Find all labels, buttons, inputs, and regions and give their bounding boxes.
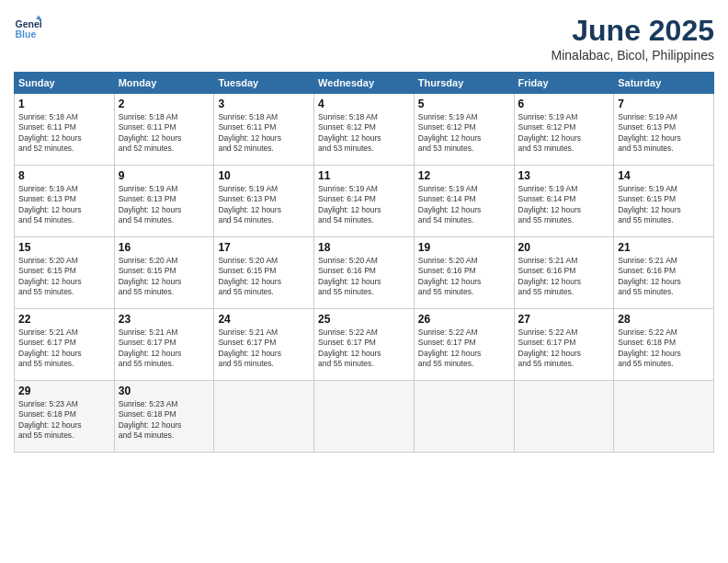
table-row: 1Sunrise: 5:18 AM Sunset: 6:11 PM Daylig… xyxy=(15,94,115,166)
day-info: Sunrise: 5:21 AM Sunset: 6:16 PM Dayligh… xyxy=(618,256,710,298)
day-number: 22 xyxy=(18,313,110,326)
day-number: 27 xyxy=(518,313,610,326)
day-number: 16 xyxy=(119,241,210,254)
col-wednesday: Wednesday xyxy=(314,73,415,94)
logo: General Blue xyxy=(14,14,41,41)
day-number: 24 xyxy=(218,313,310,326)
day-number: 6 xyxy=(518,98,610,110)
table-row: 17Sunrise: 5:20 AM Sunset: 6:15 PM Dayli… xyxy=(214,237,314,309)
calendar-week-row: 1Sunrise: 5:18 AM Sunset: 6:11 PM Daylig… xyxy=(15,94,714,166)
day-info: Sunrise: 5:19 AM Sunset: 6:13 PM Dayligh… xyxy=(119,184,210,226)
day-number: 15 xyxy=(18,241,110,254)
svg-marker-2 xyxy=(36,16,41,20)
logo-icon: General Blue xyxy=(14,14,41,41)
table-row: 2Sunrise: 5:18 AM Sunset: 6:11 PM Daylig… xyxy=(114,94,214,166)
day-info: Sunrise: 5:19 AM Sunset: 6:14 PM Dayligh… xyxy=(418,184,510,226)
day-number: 20 xyxy=(518,241,610,254)
table-row: 24Sunrise: 5:21 AM Sunset: 6:17 PM Dayli… xyxy=(214,309,314,381)
day-number: 29 xyxy=(18,385,110,397)
day-info: Sunrise: 5:21 AM Sunset: 6:17 PM Dayligh… xyxy=(18,327,110,370)
table-row: 4Sunrise: 5:18 AM Sunset: 6:12 PM Daylig… xyxy=(314,94,415,166)
day-number: 23 xyxy=(119,313,210,326)
day-info: Sunrise: 5:19 AM Sunset: 6:14 PM Dayligh… xyxy=(318,184,410,226)
day-number: 5 xyxy=(418,98,510,110)
day-number: 2 xyxy=(119,98,210,110)
calendar-week-row: 29Sunrise: 5:23 AM Sunset: 6:18 PM Dayli… xyxy=(15,381,714,453)
col-friday: Friday xyxy=(514,73,614,94)
table-row xyxy=(514,381,614,453)
day-number: 12 xyxy=(418,169,510,182)
day-info: Sunrise: 5:19 AM Sunset: 6:13 PM Dayligh… xyxy=(218,184,310,226)
day-info: Sunrise: 5:22 AM Sunset: 6:17 PM Dayligh… xyxy=(318,327,410,370)
table-row: 27Sunrise: 5:22 AM Sunset: 6:17 PM Dayli… xyxy=(514,309,614,381)
calendar-header-row: Sunday Monday Tuesday Wednesday Thursday… xyxy=(15,73,714,94)
table-row: 18Sunrise: 5:20 AM Sunset: 6:16 PM Dayli… xyxy=(314,237,415,309)
day-info: Sunrise: 5:21 AM Sunset: 6:17 PM Dayligh… xyxy=(119,327,210,370)
calendar-table: Sunday Monday Tuesday Wednesday Thursday… xyxy=(14,72,714,453)
table-row: 9Sunrise: 5:19 AM Sunset: 6:13 PM Daylig… xyxy=(114,166,214,237)
page: General Blue June 2025 Minalabac, Bicol,… xyxy=(0,0,728,563)
day-number: 3 xyxy=(218,98,310,110)
table-row: 6Sunrise: 5:19 AM Sunset: 6:12 PM Daylig… xyxy=(514,94,614,166)
day-number: 17 xyxy=(218,241,310,254)
col-sunday: Sunday xyxy=(15,73,115,94)
table-row: 7Sunrise: 5:19 AM Sunset: 6:13 PM Daylig… xyxy=(614,94,714,166)
day-number: 25 xyxy=(318,313,410,326)
day-info: Sunrise: 5:21 AM Sunset: 6:17 PM Dayligh… xyxy=(218,327,310,370)
day-info: Sunrise: 5:19 AM Sunset: 6:12 PM Dayligh… xyxy=(518,112,610,155)
day-number: 13 xyxy=(518,169,610,182)
table-row: 16Sunrise: 5:20 AM Sunset: 6:15 PM Dayli… xyxy=(114,237,214,309)
table-row: 21Sunrise: 5:21 AM Sunset: 6:16 PM Dayli… xyxy=(614,237,714,309)
col-tuesday: Tuesday xyxy=(214,73,314,94)
table-row: 13Sunrise: 5:19 AM Sunset: 6:14 PM Dayli… xyxy=(514,166,614,237)
table-row: 11Sunrise: 5:19 AM Sunset: 6:14 PM Dayli… xyxy=(314,166,415,237)
day-info: Sunrise: 5:23 AM Sunset: 6:18 PM Dayligh… xyxy=(119,399,210,442)
day-number: 30 xyxy=(119,385,210,397)
day-info: Sunrise: 5:22 AM Sunset: 6:17 PM Dayligh… xyxy=(418,327,510,370)
day-number: 1 xyxy=(18,98,110,110)
calendar-week-row: 15Sunrise: 5:20 AM Sunset: 6:15 PM Dayli… xyxy=(15,237,714,309)
day-info: Sunrise: 5:22 AM Sunset: 6:18 PM Dayligh… xyxy=(618,327,710,370)
day-number: 4 xyxy=(318,98,410,110)
svg-text:Blue: Blue xyxy=(16,29,37,40)
day-info: Sunrise: 5:19 AM Sunset: 6:13 PM Dayligh… xyxy=(618,112,710,155)
day-info: Sunrise: 5:18 AM Sunset: 6:11 PM Dayligh… xyxy=(119,112,210,155)
day-info: Sunrise: 5:18 AM Sunset: 6:11 PM Dayligh… xyxy=(218,112,310,155)
day-info: Sunrise: 5:18 AM Sunset: 6:12 PM Dayligh… xyxy=(318,112,410,155)
day-info: Sunrise: 5:21 AM Sunset: 6:16 PM Dayligh… xyxy=(518,256,610,298)
table-row xyxy=(214,381,314,453)
table-row: 19Sunrise: 5:20 AM Sunset: 6:16 PM Dayli… xyxy=(414,237,514,309)
table-row: 28Sunrise: 5:22 AM Sunset: 6:18 PM Dayli… xyxy=(614,309,714,381)
day-number: 19 xyxy=(418,241,510,254)
day-info: Sunrise: 5:19 AM Sunset: 6:14 PM Dayligh… xyxy=(518,184,610,226)
table-row xyxy=(414,381,514,453)
day-info: Sunrise: 5:20 AM Sunset: 6:16 PM Dayligh… xyxy=(318,256,410,298)
day-number: 18 xyxy=(318,241,410,254)
day-number: 8 xyxy=(18,169,110,182)
table-row xyxy=(314,381,415,453)
day-info: Sunrise: 5:23 AM Sunset: 6:18 PM Dayligh… xyxy=(18,399,110,442)
day-info: Sunrise: 5:20 AM Sunset: 6:16 PM Dayligh… xyxy=(418,256,510,298)
day-info: Sunrise: 5:19 AM Sunset: 6:13 PM Dayligh… xyxy=(18,184,110,226)
day-number: 9 xyxy=(119,169,210,182)
day-info: Sunrise: 5:19 AM Sunset: 6:15 PM Dayligh… xyxy=(618,184,710,226)
table-row: 20Sunrise: 5:21 AM Sunset: 6:16 PM Dayli… xyxy=(514,237,614,309)
table-row: 29Sunrise: 5:23 AM Sunset: 6:18 PM Dayli… xyxy=(15,381,115,453)
table-row: 23Sunrise: 5:21 AM Sunset: 6:17 PM Dayli… xyxy=(114,309,214,381)
day-number: 11 xyxy=(318,169,410,182)
table-row: 15Sunrise: 5:20 AM Sunset: 6:15 PM Dayli… xyxy=(15,237,115,309)
table-row: 30Sunrise: 5:23 AM Sunset: 6:18 PM Dayli… xyxy=(114,381,214,453)
table-row: 14Sunrise: 5:19 AM Sunset: 6:15 PM Dayli… xyxy=(614,166,714,237)
table-row: 26Sunrise: 5:22 AM Sunset: 6:17 PM Dayli… xyxy=(414,309,514,381)
table-row: 12Sunrise: 5:19 AM Sunset: 6:14 PM Dayli… xyxy=(414,166,514,237)
table-row: 22Sunrise: 5:21 AM Sunset: 6:17 PM Dayli… xyxy=(15,309,115,381)
col-thursday: Thursday xyxy=(414,73,514,94)
table-row: 5Sunrise: 5:19 AM Sunset: 6:12 PM Daylig… xyxy=(414,94,514,166)
table-row: 10Sunrise: 5:19 AM Sunset: 6:13 PM Dayli… xyxy=(214,166,314,237)
day-info: Sunrise: 5:22 AM Sunset: 6:17 PM Dayligh… xyxy=(518,327,610,370)
col-saturday: Saturday xyxy=(614,73,714,94)
day-info: Sunrise: 5:19 AM Sunset: 6:12 PM Dayligh… xyxy=(418,112,510,155)
title-block: June 2025 Minalabac, Bicol, Philippines xyxy=(552,14,714,63)
day-info: Sunrise: 5:18 AM Sunset: 6:11 PM Dayligh… xyxy=(18,112,110,155)
day-info: Sunrise: 5:20 AM Sunset: 6:15 PM Dayligh… xyxy=(218,256,310,298)
